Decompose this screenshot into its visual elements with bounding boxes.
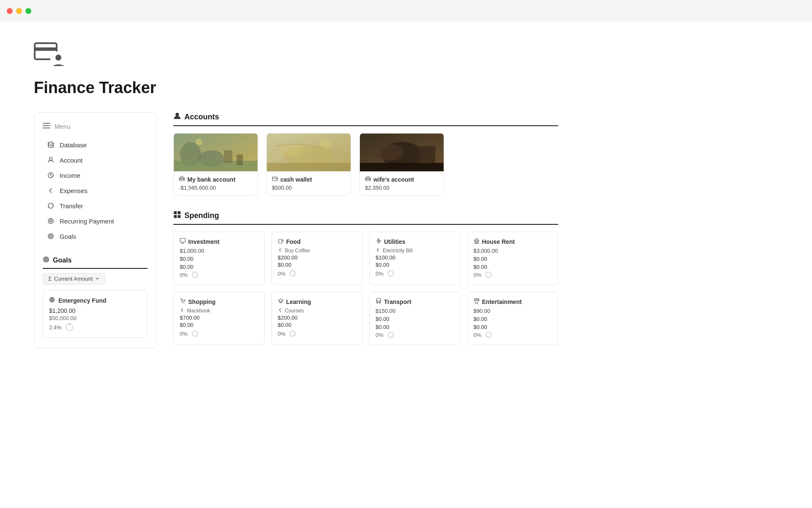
sidebar-item-recurring[interactable]: Recurring Payment [43,214,148,228]
goal-name: Emergency Fund [58,297,107,304]
spending-card-entertainment[interactable]: Entertainment $90.00 $0.00 $0.00 0% [467,292,559,345]
arrow-left-food-icon [278,248,283,254]
spending-card-food[interactable]: Food Buy Coffee $200.00 $0.00 0% [272,232,363,285]
spending-card-title-transport: Transport [376,298,454,305]
house-rent-spent: $0.00 [474,264,552,270]
account-card-bank[interactable]: My bank account -$1,565,600.00 [173,133,258,196]
svg-rect-49 [174,211,177,214]
sidebar-goals-label: Goals [60,233,76,240]
accounts-person-icon [173,112,181,122]
spending-card-shopping[interactable]: Shopping Mackbook $700.00 $0.00 0% [173,292,265,345]
main-content: Accounts [173,112,558,345]
svg-rect-46 [360,163,444,171]
sidebar-item-account[interactable]: Account [43,153,148,167]
transport-progress-pct: 0% [376,332,384,338]
page-title: Finance Tracker [34,79,558,97]
spending-card-house-rent[interactable]: House Rent $3,000.00 $0.00 $0.00 0% [467,232,559,285]
spending-card-investment[interactable]: Investment $1,000.00 $0.00 $0.00 0% [173,232,265,285]
food-progress-pct: 0% [278,271,286,277]
sidebar-item-goals[interactable]: Goals [43,229,148,243]
maximize-button[interactable] [25,8,31,14]
goal-card-title: Emergency Fund [49,297,141,304]
transport-label: Transport [384,298,411,305]
cart-icon [180,298,186,305]
investment-spent: $0.00 [180,264,258,270]
goal-progress-percent: 2.4% [49,324,62,331]
menu-label: Menu [55,123,71,130]
lightning-icon [376,238,381,245]
spending-card-transport[interactable]: Transport $150.00 $0.00 $0.00 0% [369,292,461,345]
app-logo [34,39,68,69]
account-card-wallet[interactable]: cash wallet $500.00 [266,133,351,196]
close-button[interactable] [7,8,13,14]
shopping-progress-ring [191,330,199,337]
house-rent-budget: $3,000.00 [474,248,552,254]
spending-title: Spending [184,211,219,220]
spending-card-learning[interactable]: Learning Courses $200.00 $0.00 0% [272,292,363,345]
progress-ring-icon [65,323,74,331]
entertainment-current: $0.00 [474,316,552,322]
shopping-sub: Mackbook [180,308,258,314]
svg-point-61 [182,303,183,304]
shopping-sub-label: Mackbook [187,308,210,314]
spending-card-title-shopping: Shopping [180,298,258,305]
utilities-progress: 0% [376,270,454,277]
recurring-icon [47,217,55,225]
spending-card-utilities[interactable]: Utilities Electricity Bill $100.00 $0.00… [369,232,461,285]
investment-label: Investment [188,238,219,245]
account-name-wallet-label: cash wallet [280,176,312,183]
svg-rect-44 [419,146,436,163]
goals-section-header: Goals [43,256,148,269]
bank-icon [179,176,185,183]
account-amount-wallet: $500.00 [272,185,346,191]
shopping-label: Shopping [188,298,216,305]
current-amount-button[interactable]: Σ Current Amount [43,273,105,284]
chevron-down-icon [95,276,99,282]
account-card-image-wallet [267,133,351,171]
account-name-bank: My bank account [179,176,252,183]
minimize-button[interactable] [16,8,22,14]
svg-point-69 [486,332,491,338]
database-icon [47,141,55,149]
spending-grid: Investment $1,000.00 $0.00 $0.00 0% [173,232,558,345]
target-icon [47,232,55,240]
svg-rect-6 [43,127,50,129]
sidebar-database-label: Database [60,141,87,149]
arrow-left-learning-icon [278,308,283,314]
svg-point-8 [49,157,52,160]
shopping-progress: 0% [180,330,258,337]
goal-card-emergency[interactable]: Emergency Fund $1,200.00 $50,000.00 2.4% [43,290,148,338]
grid-icon [173,211,181,221]
entertainment-progress: 0% [474,331,552,339]
logo-area [34,39,558,70]
entertainment-progress-ring [485,331,492,339]
sidebar-item-transfer[interactable]: Transfer [43,199,148,213]
sidebar-item-income[interactable]: Income [43,168,148,182]
spending-card-title-utilities: Utilities [376,238,454,245]
svg-point-63 [192,331,198,337]
account-card-wife[interactable]: wife's account $2,350.00 [359,133,444,196]
svg-rect-65 [376,298,381,303]
svg-rect-5 [43,125,50,127]
account-amount-wife: $2,350.00 [365,185,439,191]
utilities-progress-pct: 0% [376,271,384,277]
svg-point-60 [486,272,491,278]
svg-point-3 [55,55,61,61]
spending-card-title-entertainment: Entertainment [474,298,552,305]
svg-point-29 [195,138,202,145]
investment-current: $0.00 [180,256,258,262]
monitor-icon [180,238,186,245]
transport-progress-ring [387,331,395,339]
svg-point-40 [276,179,277,180]
svg-rect-50 [178,211,181,214]
sidebar-item-expenses[interactable]: Expenses [43,183,148,198]
food-sub: Buy Coffee [278,248,357,254]
transport-spent: $0.00 [376,324,454,330]
sidebar-item-database[interactable]: Database [43,138,148,152]
account-card-body-bank: My bank account -$1,565,600.00 [174,171,258,195]
account-amount-bank: -$1,565,600.00 [179,185,252,191]
content-row: Menu Database Account I [34,112,558,348]
svg-rect-4 [43,123,50,124]
menu-header: Menu [43,123,148,130]
goal-current-amount: $1,200.00 [49,307,141,314]
